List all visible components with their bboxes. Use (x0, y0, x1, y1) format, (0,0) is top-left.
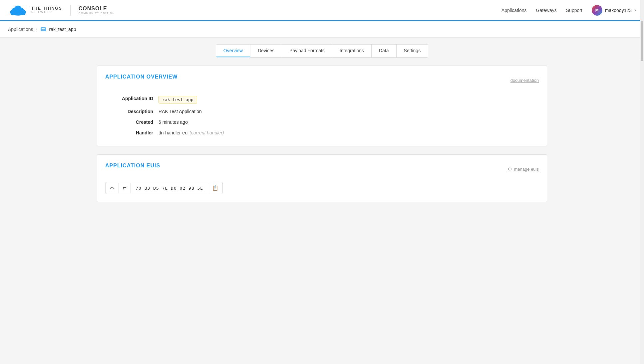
svg-rect-5 (41, 27, 46, 31)
overview-title: APPLICATION OVERVIEW (105, 74, 178, 80)
tab-payload-formats[interactable]: Payload Formats (282, 45, 332, 57)
overview-card: APPLICATION OVERVIEW documentation Appli… (97, 66, 547, 146)
svg-rect-4 (11, 11, 26, 15)
euis-title: APPLICATION EUIS (105, 163, 160, 169)
logo-divider (70, 5, 71, 16)
chevron-down-icon: ▾ (634, 8, 636, 12)
ttn-logo-icon (8, 4, 28, 17)
gear-icon: ⚙ (508, 166, 512, 172)
label-handler: Handler (105, 130, 159, 135)
app-icon (40, 26, 47, 33)
code-icon: <> (110, 186, 115, 191)
eui-code-button[interactable]: <> (106, 183, 119, 193)
nav-gateways[interactable]: Gateways (536, 8, 557, 13)
svg-rect-6 (42, 28, 45, 29)
breadcrumb-current-app: rak_test_app (49, 27, 76, 32)
euis-card-header: APPLICATION EUIS ⚙ manage euis (105, 163, 539, 175)
eui-swap-button[interactable]: ⇄ (119, 183, 131, 193)
logo-text: THE THINGS NETWORK (31, 6, 62, 14)
copy-icon: 📋 (212, 185, 218, 191)
manage-euis-link[interactable]: ⚙ manage euis (508, 166, 539, 172)
navbar: THE THINGS NETWORK CONSOLE COMMUNITY EDI… (0, 0, 644, 21)
breadcrumb: Applications › rak_test_app (0, 21, 644, 38)
tab-integrations[interactable]: Integrations (332, 45, 372, 57)
breadcrumb-applications[interactable]: Applications (8, 27, 33, 32)
info-row-app-id: Application ID rak_test_app (105, 93, 539, 106)
swap-icon: ⇄ (123, 186, 127, 191)
user-menu[interactable]: M makoooy123 ▾ (592, 5, 636, 16)
value-created: 6 minutes ago (159, 119, 188, 125)
overview-card-header: APPLICATION OVERVIEW documentation (105, 74, 539, 87)
tabs: Overview Devices Payload Formats Integra… (216, 44, 428, 58)
nav-applications[interactable]: Applications (501, 8, 527, 13)
handler-note: (current handler) (189, 130, 224, 135)
main-content: Overview Devices Payload Formats Integra… (89, 38, 555, 216)
breadcrumb-separator: › (36, 27, 37, 32)
console-subtitle: COMMUNITY EDITION (79, 12, 115, 15)
handler-name: ttn-handler-eu (159, 130, 187, 135)
info-row-handler: Handler ttn-handler-eu(current handler) (105, 127, 539, 138)
documentation-link[interactable]: documentation (510, 78, 539, 83)
manage-euis-label: manage euis (514, 167, 539, 172)
label-created: Created (105, 119, 159, 125)
tabs-inner: Overview Devices Payload Formats Integra… (97, 44, 547, 58)
avatar: M (592, 5, 602, 16)
logo-console: CONSOLE COMMUNITY EDITION (79, 6, 115, 15)
navbar-left: THE THINGS NETWORK CONSOLE COMMUNITY EDI… (8, 4, 115, 17)
info-row-created: Created 6 minutes ago (105, 117, 539, 127)
tab-data[interactable]: Data (372, 45, 397, 57)
value-description: RAK Test Application (159, 109, 202, 114)
tab-overview[interactable]: Overview (216, 45, 250, 57)
logo-area: THE THINGS NETWORK CONSOLE COMMUNITY EDI… (8, 4, 115, 17)
console-title: CONSOLE (79, 6, 115, 12)
info-row-description: Description RAK Test Application (105, 106, 539, 117)
info-table: Application ID rak_test_app Description … (105, 93, 539, 138)
eui-row: <> ⇄ 70 B3 D5 7E D0 02 9B 5E 📋 (105, 182, 223, 194)
label-description: Description (105, 109, 159, 114)
tab-settings[interactable]: Settings (397, 45, 428, 57)
eui-value: 70 B3 D5 7E D0 02 9B 5E (131, 183, 208, 193)
svg-rect-7 (42, 30, 44, 30)
scrollbar-thumb[interactable] (641, 21, 643, 61)
nav-support[interactable]: Support (566, 8, 582, 13)
navbar-right: Applications Gateways Support M makoooy1… (501, 5, 636, 16)
eui-copy-button[interactable]: 📋 (208, 182, 222, 194)
scrollbar[interactable] (640, 0, 644, 216)
label-app-id: Application ID (105, 96, 159, 101)
tabs-wrapper: Overview Devices Payload Formats Integra… (97, 38, 547, 58)
user-name: makoooy123 (605, 8, 632, 13)
euis-card: APPLICATION EUIS ⚙ manage euis <> ⇄ 70 B… (97, 154, 547, 202)
app-id-value: rak_test_app (159, 96, 197, 103)
value-handler: ttn-handler-eu(current handler) (159, 130, 224, 135)
tab-devices[interactable]: Devices (250, 45, 282, 57)
logo-network: NETWORK (31, 11, 62, 14)
